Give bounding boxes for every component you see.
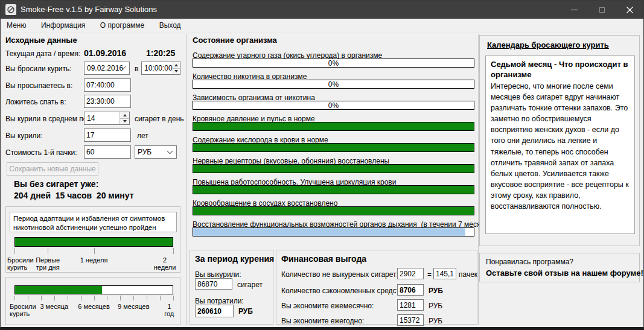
calendar-entry-title: Седьмой месяц - Что происходит в организ… <box>491 60 630 80</box>
currency-combobox[interactable]: РУБ <box>135 145 177 159</box>
adaptation-tick-labels: Бросили курить Первые три дня 1 неделя 2… <box>14 256 173 272</box>
chevron-down-icon <box>167 148 173 154</box>
smoked-count-input[interactable] <box>195 278 232 290</box>
progress-bar-breathing <box>193 227 474 236</box>
spent-amount-input[interactable] <box>195 305 234 317</box>
divider <box>186 34 187 325</box>
calendar-entry-box: Седьмой месяц - Что происходит в организ… <box>485 56 635 234</box>
menu-item-menu[interactable]: Меню <box>1 19 32 33</box>
since-quit-title: Вы без сигарет уже: <box>14 179 98 189</box>
sleep-time-label: Ложитесь спать в: <box>5 98 66 106</box>
financial-row-label: Вы экономите ежемесячно: <box>281 302 374 310</box>
financial-row-label: Вы экономите ежегодно: <box>281 317 364 325</box>
tick-label: 1 год <box>164 303 174 317</box>
smoking-period-groupbox: За период курения Вы выкурили: сигарет В… <box>190 250 273 325</box>
monthly-savings-input[interactable] <box>397 299 424 311</box>
yearly-savings-input[interactable] <box>397 314 424 326</box>
maximize-icon <box>599 7 605 13</box>
source-data-title: Исходные данные <box>5 36 77 45</box>
minimize-icon <box>571 10 578 10</box>
tick-label: 1 неделя <box>80 256 108 264</box>
title-bar: Smoke-Free v.1.5 by Fairway Solutions <box>1 1 643 19</box>
smoked-suffix: сигарет <box>237 281 263 289</box>
years-smoked-suffix: лет <box>137 132 148 140</box>
smoking-period-title: За период курения <box>195 254 274 264</box>
quit-date-value: 09.02.2016 <box>87 64 123 72</box>
spinner-up-down-icon[interactable] <box>173 62 180 74</box>
adaptation-tick-marks <box>14 248 173 255</box>
tick-label: 3 месяца <box>40 303 68 310</box>
pack-cost-input[interactable] <box>84 145 131 159</box>
feedback-cta[interactable]: Оставьте свой отзыв на нашем форуме! <box>486 268 643 278</box>
save-button[interactable]: Сохранить новые данные <box>7 162 98 176</box>
close-icon <box>626 7 633 13</box>
feedback-question: Понравилась программа? <box>486 258 573 266</box>
menu-bar: Меню Информация О программе Выход <box>1 19 643 33</box>
progress-bar-text: 0% <box>193 101 474 109</box>
avg-cigs-value: 14 <box>84 112 120 124</box>
pack-cost-label: Стоимость 1-й пачки: <box>5 148 77 157</box>
progress-bar-text: 0% <box>193 59 474 67</box>
menu-item-information[interactable]: Информация <box>35 19 91 33</box>
avg-cigs-label: Вы курили в среднем по: <box>5 115 89 123</box>
equals-sign: = <box>427 270 432 279</box>
tick-label: 2 недели <box>154 256 176 271</box>
quit-in-label: в <box>135 65 138 73</box>
current-time-value: 1:20:25 <box>146 48 175 58</box>
since-quit-value: 204 дней 15 часов 20 минут <box>14 191 134 200</box>
progress-bar-nicotine: 0% <box>193 80 474 89</box>
divider <box>478 34 479 325</box>
current-date-value: 01.09.2016 <box>84 48 126 58</box>
financial-row-label: Количество сэкономленных средств: <box>281 287 406 295</box>
tick-label: 9 месяцев <box>118 303 149 310</box>
quit-time-spinner[interactable]: 10:00:00 <box>141 62 180 75</box>
calendar-entry-text: Интересно, что многие после семи месяцев… <box>491 81 630 212</box>
financial-row-label: Количество не выкуреных сигарет: <box>281 270 398 279</box>
sleep-time-input[interactable] <box>84 95 131 108</box>
currency-value: РУБ <box>138 148 168 156</box>
adaptation-progress-bar <box>14 237 173 247</box>
spent-currency: РУБ <box>238 307 253 316</box>
wake-time-label: Вы просыпаетесь в: <box>5 81 72 90</box>
tick-label: Первые три дня <box>36 256 60 271</box>
years-smoked-label: Вы курили: <box>5 132 43 140</box>
minimize-button[interactable] <box>560 1 588 19</box>
window-title: Smoke-Free v.1.5 by Fairway Solutions <box>21 1 157 19</box>
spent-label: Вы потратили: <box>195 297 244 305</box>
close-button[interactable] <box>616 1 643 19</box>
app-window: Smoke-Free v.1.5 by Fairway Solutions Ме… <box>0 0 644 330</box>
packs-input[interactable] <box>433 268 456 279</box>
financial-groupbox: Финансовая выгода Количество не выкурены… <box>276 250 477 325</box>
calendar-groupbox: Календарь бросающего курить Седьмой меся… <box>479 35 640 246</box>
saved-money-input[interactable] <box>397 284 424 296</box>
progress-bar-circulation <box>193 185 474 194</box>
adaptation-groupbox: Период адаптации и избавления от симптом… <box>5 206 180 273</box>
wake-time-input[interactable] <box>84 78 131 92</box>
avg-cigs-suffix: сигарет в день <box>135 115 184 123</box>
unsmoked-cigs-input[interactable] <box>397 268 424 279</box>
years-smoked-input[interactable] <box>84 129 131 142</box>
tick-label: 6 месяцев <box>78 303 109 310</box>
currency-label: РУБ <box>429 287 443 295</box>
year-timeline-groupbox: Бросили курить 3 месяца 6 месяцев 9 меся… <box>5 277 180 325</box>
avg-cigs-spinner[interactable]: 14 <box>84 112 130 125</box>
quit-date-combobox[interactable]: 09.02.2016 <box>84 62 130 75</box>
progress-bar-dependency: 0% <box>193 101 474 110</box>
tick-label: Бросили курить <box>10 303 36 317</box>
menu-item-exit[interactable]: Выход <box>153 19 187 33</box>
feedback-groupbox: Понравилась программа? Оставьте свой отз… <box>479 253 640 282</box>
menu-item-about[interactable]: О программе <box>94 19 150 33</box>
app-icon <box>5 4 16 15</box>
year-tick-marks <box>14 296 173 301</box>
current-datetime-label: Текущая дата / время: <box>5 49 80 58</box>
quit-time-value: 10:00:00 <box>142 62 173 74</box>
progress-bar-vessels <box>193 206 474 215</box>
adaptation-message: Период адаптации и избавления от симптом… <box>10 212 177 232</box>
smoked-label: Вы выкурили: <box>195 270 241 279</box>
currency-label: РУБ <box>429 302 442 310</box>
maximize-button[interactable] <box>588 1 616 19</box>
spinner-up-down-icon[interactable] <box>120 112 129 124</box>
packs-suffix: пачек <box>459 270 477 279</box>
year-progress-bar <box>14 285 173 294</box>
progress-bar-receptors <box>193 164 474 173</box>
